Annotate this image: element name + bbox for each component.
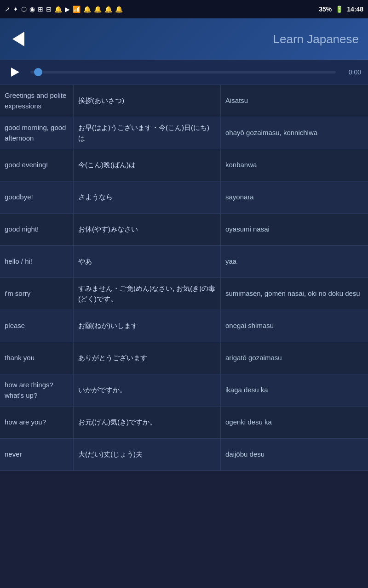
- table-row[interactable]: hello / hi!やあyaa: [0, 246, 368, 278]
- battery-icon: 🔋: [335, 6, 343, 13]
- sim-icon: ◉: [29, 6, 35, 13]
- table-row[interactable]: thank youありがとうございますarigatō gozaimasu: [0, 342, 368, 374]
- table-row[interactable]: goodbye!さようならsayōnara: [0, 181, 368, 214]
- cell-romaji: daijōbu desu: [221, 439, 368, 470]
- cell-japanese: すみません・ご免(めん)なさい, お気(き)の毒(どく)です。: [74, 278, 221, 310]
- cell-japanese: お願(ねが)いします: [74, 310, 221, 342]
- cell-japanese: やあ: [74, 246, 221, 277]
- apps2-icon: ⊟: [46, 6, 52, 13]
- cell-japanese: 今(こん)晩(ばん)は: [74, 149, 221, 181]
- cell-japanese: 大(だい)丈(じょう)夫: [74, 439, 221, 470]
- bluetooth-icon: ✦: [13, 6, 18, 13]
- cell-japanese: お休(やす)みなさい: [74, 214, 221, 245]
- table-row[interactable]: how are things? what's up?いかがですか。ikaga d…: [0, 374, 368, 407]
- cell-romaji: sumimasen, gomen nasai, oki no doku desu: [221, 278, 368, 310]
- play-icon: ▶: [65, 6, 70, 13]
- time-display: 14:48: [347, 6, 363, 13]
- audio-time: 0:00: [343, 68, 361, 76]
- cell-japanese: 挨拶(あいさつ): [74, 85, 221, 117]
- cell-english: good night!: [0, 214, 74, 245]
- signal-icon: ↗: [5, 6, 10, 13]
- cell-romaji: konbanwa: [221, 149, 368, 181]
- table-row[interactable]: i'm sorryすみません・ご免(めん)なさい, お気(き)の毒(どく)です。…: [0, 278, 368, 310]
- cell-japanese: さようなら: [74, 181, 221, 213]
- cell-romaji: arigatō gozaimasu: [221, 342, 368, 374]
- bell-icon: 🔔: [54, 6, 62, 13]
- wifi-icon: 📶: [73, 6, 80, 13]
- cell-romaji: ogenki desu ka: [221, 407, 368, 438]
- progress-dot: [34, 68, 42, 76]
- table-row[interactable]: how are you?お元(げん)気(き)ですか。ogenki desu ka: [0, 407, 368, 439]
- back-button[interactable]: [9, 30, 28, 48]
- apps-icon: ⊞: [38, 6, 43, 13]
- header: Learn Japanese: [0, 18, 368, 60]
- table-row[interactable]: never大(だい)丈(じょう)夫daijōbu desu: [0, 439, 368, 471]
- cell-english: how are you?: [0, 407, 74, 438]
- cell-english: hello / hi!: [0, 246, 74, 277]
- progress-bar[interactable]: [30, 71, 336, 74]
- cell-english: thank you: [0, 342, 74, 374]
- cell-romaji: Aisatsu: [221, 85, 368, 117]
- status-bar: ↗ ✦ ⬡ ◉ ⊞ ⊟ 🔔 ▶ 📶 🔔 🔔 🔔 🔔 35% 🔋 14:48: [0, 0, 368, 18]
- cell-romaji: yaa: [221, 246, 368, 277]
- cell-romaji: ohayō gozaimasu, konnichiwa: [221, 117, 368, 149]
- cell-english: never: [0, 439, 74, 470]
- cell-romaji: onegai shimasu: [221, 310, 368, 342]
- page-title: Learn Japanese: [37, 32, 359, 46]
- cell-english: good evening!: [0, 149, 74, 181]
- cell-romaji: oyasumi nasai: [221, 214, 368, 245]
- table-row[interactable]: Greetings and polite expressions挨拶(あいさつ)…: [0, 85, 368, 117]
- cell-romaji: sayōnara: [221, 181, 368, 213]
- bell2-icon: 🔔: [83, 6, 91, 13]
- status-right: 35% 🔋 14:48: [319, 6, 363, 13]
- table-row[interactable]: good evening!今(こん)晩(ばん)はkonbanwa: [0, 149, 368, 181]
- cell-english: i'm sorry: [0, 278, 74, 310]
- table-row[interactable]: pleaseお願(ねが)いしますonegai shimasu: [0, 310, 368, 342]
- table-row[interactable]: good morning, good afternoonお早(はよ)うございます…: [0, 117, 368, 149]
- cell-english: how are things? what's up?: [0, 374, 74, 406]
- play-triangle-icon: [11, 68, 19, 77]
- audio-player: 0:00: [0, 60, 368, 85]
- play-button[interactable]: [7, 64, 23, 80]
- vocab-table: Greetings and polite expressions挨拶(あいさつ)…: [0, 85, 368, 588]
- vpn-icon: ⬡: [21, 6, 27, 13]
- bell4-icon: 🔔: [104, 6, 112, 13]
- cell-japanese: お早(はよ)うございます・今(こん)日(にち)は: [74, 117, 221, 149]
- cell-english: Greetings and polite expressions: [0, 85, 74, 117]
- status-icons-left: ↗ ✦ ⬡ ◉ ⊞ ⊟ 🔔 ▶ 📶 🔔 🔔 🔔 🔔: [5, 6, 123, 13]
- cell-japanese: ありがとうございます: [74, 342, 221, 374]
- table-row[interactable]: good night!お休(やす)みなさいoyasumi nasai: [0, 214, 368, 246]
- cell-japanese: お元(げん)気(き)ですか。: [74, 407, 221, 438]
- cell-japanese: いかがですか。: [74, 374, 221, 406]
- cell-english: good morning, good afternoon: [0, 117, 74, 149]
- cell-romaji: ikaga desu ka: [221, 374, 368, 406]
- cell-english: goodbye!: [0, 181, 74, 213]
- back-arrow-icon: [12, 32, 24, 46]
- bell5-icon: 🔔: [115, 6, 123, 13]
- battery-percent: 35%: [319, 6, 332, 13]
- bell3-icon: 🔔: [94, 6, 102, 13]
- cell-english: please: [0, 310, 74, 342]
